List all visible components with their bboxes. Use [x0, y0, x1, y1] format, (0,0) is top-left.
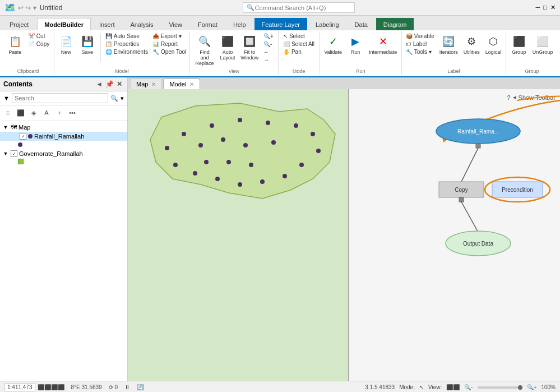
svg-rect-34	[459, 197, 464, 202]
map-canvas	[128, 89, 348, 381]
fit-window-button[interactable]: 🔲 Fit toWindow	[239, 33, 261, 62]
list-view-btn[interactable]: ≡	[2, 107, 13, 118]
view-buttons: 🔍 Find andReplace ⬛ AutoLayout 🔲 Fit toW…	[193, 33, 275, 67]
group-button[interactable]: ⬛ Group	[509, 33, 529, 56]
intermediate-button[interactable]: ✕ Intermediate	[367, 33, 399, 56]
zoom-out-button[interactable]: 🔍-	[262, 40, 275, 48]
run-button[interactable]: ▶ Run	[345, 33, 365, 56]
pause-btn[interactable]: ⏸	[124, 384, 130, 390]
svg-text:Rainfall_Rama...: Rainfall_Rama...	[457, 128, 499, 135]
tab-insert[interactable]: Insert	[92, 18, 122, 30]
save-button[interactable]: 💾 Save	[77, 33, 98, 56]
tab-view[interactable]: View	[161, 18, 189, 30]
rainfall-checkbox[interactable]	[20, 133, 26, 140]
version: 3.1.5.41833	[365, 384, 395, 390]
ungroup-button[interactable]: ⬜ UnGroup	[530, 33, 556, 56]
label-btn[interactable]: A	[41, 107, 52, 118]
tree-item-map[interactable]: ▼ 🗺 Map	[0, 123, 127, 132]
contents-pin-btn[interactable]: 📌	[105, 80, 114, 89]
tab-labeling[interactable]: Labeling	[308, 18, 346, 30]
tab-map[interactable]: Map ✕	[130, 79, 162, 89]
map-tab-close[interactable]: ✕	[151, 81, 156, 87]
search-options-btn[interactable]: ▾	[121, 95, 124, 102]
document-area: Map ✕ Model ✕	[128, 77, 560, 381]
svg-point-17	[221, 137, 225, 142]
open-tool-button[interactable]: 🔧 Open Tool	[151, 48, 188, 56]
detail-view-btn[interactable]: ⬛	[15, 107, 26, 118]
svg-point-13	[193, 171, 197, 176]
tab-project[interactable]: Project	[2, 18, 36, 30]
contents-search-input[interactable]	[12, 93, 108, 103]
svg-point-11	[238, 182, 242, 187]
mode-tool-icon[interactable]: ↖	[419, 384, 424, 390]
symbology-btn[interactable]: ◈	[28, 107, 39, 118]
validate-button[interactable]: ✓ Validate	[322, 33, 344, 56]
copy-button[interactable]: 📄 Copy	[26, 40, 51, 48]
label-button[interactable]: 🏷 Label	[404, 40, 436, 48]
pan-button[interactable]: ✋ Pan	[281, 48, 316, 56]
iterators-button[interactable]: 🔄 Iterators	[437, 33, 460, 56]
export-button[interactable]: 📤 Export ▾	[151, 33, 188, 40]
zoom-out-status[interactable]: 🔍-	[464, 384, 473, 390]
new-button[interactable]: 📄 New	[56, 33, 76, 56]
tab-modelbuilder[interactable]: ModelBuilder	[37, 18, 91, 30]
environments-button[interactable]: 🌐 Environments	[104, 48, 150, 56]
zoom-level: 100%	[541, 384, 556, 390]
contents-panel: Contents ◂ 📌 ✕ ▼ 🔍 ▾ ≡ ⬛ ◈ A + ••• ▼ 🗺	[0, 77, 128, 381]
properties-button[interactable]: 📋 Properties	[104, 40, 150, 48]
zoom-in-button[interactable]: 🔍+	[262, 33, 275, 40]
tab-format[interactable]: Format	[191, 18, 225, 30]
view-group: 🔍 Find andReplace ⬛ AutoLayout 🔲 Fit toW…	[190, 31, 279, 75]
tree-item-governorate[interactable]: ▼ Governorate_Ramallah	[0, 149, 127, 158]
logical-button[interactable]: ⬡ Logical	[483, 33, 504, 56]
select-button[interactable]: ↖ Select	[281, 33, 316, 40]
command-search-input[interactable]	[254, 4, 350, 11]
auto-layout-button[interactable]: ⬛ AutoLayout	[217, 33, 237, 62]
tools-button[interactable]: 🔧 Tools ▾	[404, 48, 436, 56]
autosave-button[interactable]: 💾 Auto Save	[104, 33, 150, 40]
more-btn[interactable]: •••	[67, 107, 78, 118]
variable-button[interactable]: 📦 Variable	[404, 33, 436, 40]
view-label: View:	[428, 384, 442, 390]
report-icon: 📊	[152, 41, 159, 47]
add-btn[interactable]: +	[54, 107, 65, 118]
svg-point-18	[243, 143, 248, 147]
utilities-button[interactable]: ⚙ Utilities	[461, 33, 482, 56]
paste-button[interactable]: 📋 Paste	[5, 33, 25, 56]
zoom-in-status[interactable]: 🔍+	[527, 384, 537, 390]
cut-icon: ✂️	[28, 33, 35, 39]
run-group: ✓ Validate ▶ Run ✕ Intermediate Run	[320, 31, 402, 75]
model-panel[interactable]: ? ◂ Show Toolbar Rainfall_Rama...	[349, 89, 560, 381]
rainfall-layer-icon	[28, 133, 33, 140]
status-bar: 1:411,473 ⬛⬛⬛⬛ 8°E 31.5639 ⟳ 0 ⏸ 🔄 3.1.5…	[0, 381, 560, 392]
model-tab-close[interactable]: ✕	[189, 81, 194, 87]
tab-data[interactable]: Data	[348, 18, 375, 30]
contents-close-btn[interactable]: ✕	[115, 80, 124, 89]
clipboard-group: 📋 Paste ✂️ Cut 📄 Copy Clipboard	[2, 31, 54, 75]
model-buttons: 📄 New 💾 Save 💾 Auto Save 📋 Properties 🌐	[56, 33, 188, 67]
tab-help[interactable]: Help	[226, 18, 253, 30]
zoom-slider[interactable]	[478, 386, 522, 389]
search-btn[interactable]: 🔍	[110, 95, 118, 102]
tab-diagram[interactable]: Diagram	[376, 18, 414, 30]
export-icon: 📤	[152, 33, 159, 39]
find-replace-button[interactable]: 🔍 Find andReplace	[193, 33, 216, 67]
contents-back-btn[interactable]: ◂	[95, 80, 104, 89]
scale-selector[interactable]: 1:411,473	[4, 383, 35, 391]
tree-item-rainfall[interactable]: Rainfall_Ramallah	[0, 132, 127, 141]
rainfall-label: Rainfall_Ramallah	[34, 133, 84, 140]
refresh-btn[interactable]: 🔄	[137, 384, 144, 390]
arrow-left-button[interactable]: ←	[262, 48, 275, 56]
governorate-checkbox[interactable]	[11, 150, 17, 157]
map-panel[interactable]	[128, 89, 349, 381]
select-all-button[interactable]: ⬜ Select All	[281, 40, 316, 48]
report-button[interactable]: 📊 Report	[151, 40, 188, 48]
command-search[interactable]: 🔍	[243, 2, 355, 13]
doc-tabs: Map ✕ Model ✕	[128, 77, 560, 89]
validate-icon: ✓	[325, 34, 341, 49]
tab-analysis[interactable]: Analysis	[123, 18, 160, 30]
cut-button[interactable]: ✂️ Cut	[26, 33, 51, 40]
arrow-right-button[interactable]: →	[262, 56, 275, 63]
tab-feature-layer[interactable]: Feature Layer	[254, 18, 307, 30]
tab-model[interactable]: Model ✕	[163, 79, 200, 89]
